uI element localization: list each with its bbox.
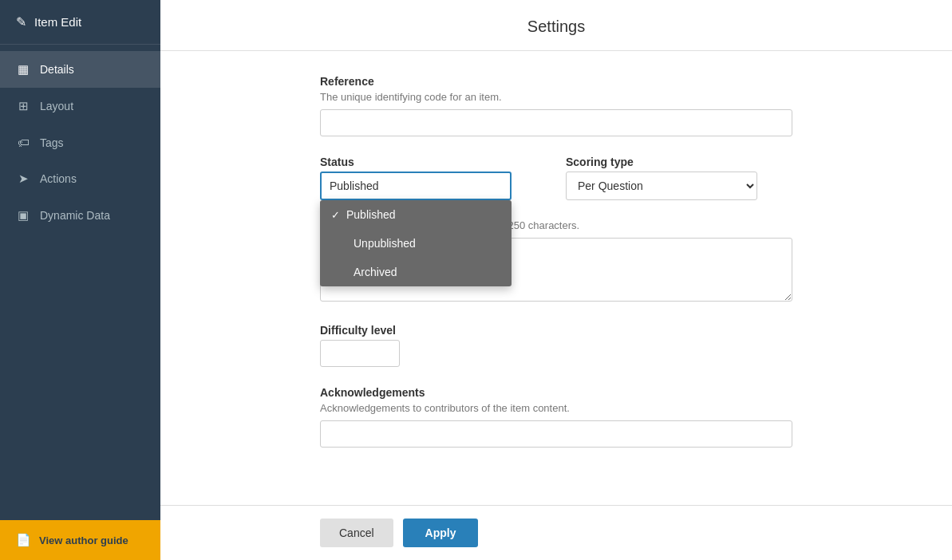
page-header: Settings (160, 0, 952, 51)
sidebar-item-dynamic-data-label: Dynamic Data (40, 209, 110, 222)
acknowledgements-description: Acknowledgements to contributors of the … (320, 402, 792, 414)
sidebar-item-dynamic-data[interactable]: ▣ Dynamic Data (0, 197, 160, 234)
published-label: Published (346, 208, 396, 221)
page-title: Settings (160, 18, 952, 36)
scoring-type-select[interactable]: Per Question Dichotomous Partial Match (566, 172, 757, 200)
status-col: Status Published ✓ Published Unpublished (320, 156, 547, 200)
cancel-button[interactable]: Cancel (320, 519, 393, 547)
footer-bar: Cancel Apply (160, 505, 952, 560)
scoring-type-col: Scoring type Per Question Dichotomous Pa… (566, 156, 792, 200)
difficulty-input[interactable] (320, 340, 400, 367)
edit-icon: ✎ (16, 14, 26, 30)
acknowledgements-label: Acknowledgements (320, 386, 792, 399)
reference-description: The unique identifying code for an item. (320, 91, 792, 103)
sidebar-footer[interactable]: 📄 View author guide (0, 520, 160, 560)
status-option-published[interactable]: ✓ Published (320, 200, 512, 229)
view-author-guide-label: View author guide (39, 534, 128, 546)
apply-button[interactable]: Apply (403, 519, 479, 547)
sidebar-item-layout-label: Layout (40, 100, 73, 112)
reference-label: Reference (320, 75, 792, 88)
sidebar-item-tags-label: Tags (40, 136, 64, 149)
sidebar-item-details-label: Details (40, 63, 74, 76)
status-select-box[interactable]: Published (320, 172, 512, 200)
difficulty-section: Difficulty level (320, 324, 792, 367)
sidebar-item-details[interactable]: ▦ Details (0, 51, 160, 88)
guide-icon: 📄 (16, 533, 31, 547)
scoring-type-label: Scoring type (566, 156, 792, 168)
status-label: Status (320, 156, 547, 168)
settings-form: Reference The unique identifying code fo… (160, 51, 952, 505)
tags-icon: 🏷 (16, 136, 30, 149)
reference-section: Reference The unique identifying code fo… (320, 75, 792, 136)
unpublished-label: Unpublished (354, 237, 416, 250)
actions-icon: ➤ (16, 172, 30, 186)
check-icon: ✓ (331, 209, 340, 221)
sidebar-item-actions-label: Actions (40, 172, 77, 185)
status-selected-value: Published (330, 179, 379, 192)
details-icon: ▦ (16, 62, 30, 77)
layout-icon: ⊞ (16, 99, 30, 113)
archived-label: Archived (354, 266, 397, 278)
sidebar-item-actions[interactable]: ➤ Actions (0, 160, 160, 197)
sidebar-header[interactable]: ✎ Item Edit (0, 0, 160, 45)
difficulty-label: Difficulty level (320, 324, 792, 337)
acknowledgements-input[interactable] (320, 420, 792, 448)
reference-input[interactable]: Learnosity_Demo (320, 109, 792, 136)
sidebar-title: Item Edit (34, 15, 81, 29)
status-option-unpublished[interactable]: Unpublished (320, 229, 512, 258)
status-scoring-row: Status Published ✓ Published Unpublished (320, 156, 792, 200)
acknowledgements-section: Acknowledgements Acknowledgements to con… (320, 386, 792, 448)
dynamic-data-icon: ▣ (16, 208, 30, 223)
status-wrapper: Published ✓ Published Unpublished (320, 172, 547, 200)
status-option-archived[interactable]: Archived (320, 258, 512, 286)
sidebar-nav: ▦ Details ⊞ Layout 🏷 Tags ➤ Actions ▣ Dy… (0, 45, 160, 520)
sidebar-item-layout[interactable]: ⊞ Layout (0, 88, 160, 124)
main-content: Settings Reference The unique identifyin… (160, 0, 952, 560)
status-dropdown: ✓ Published Unpublished Archived (320, 200, 512, 286)
sidebar-item-tags[interactable]: 🏷 Tags (0, 124, 160, 160)
sidebar: ✎ Item Edit ▦ Details ⊞ Layout 🏷 Tags ➤ … (0, 0, 160, 560)
